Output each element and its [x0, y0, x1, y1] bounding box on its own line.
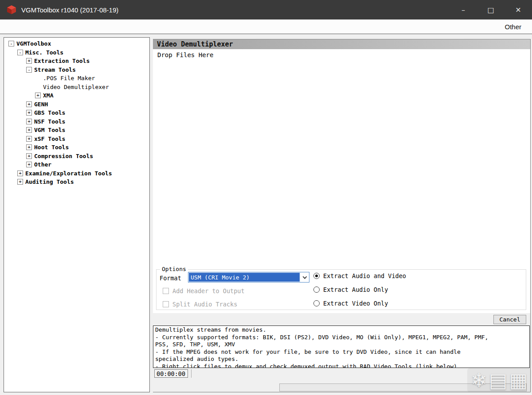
tree-item-stream-tools[interactable]: -Stream Tools: [4, 66, 149, 74]
app-icon: [6, 4, 17, 15]
minimize-button[interactable]: –: [450, 0, 477, 19]
drop-files-area[interactable]: Drop Files Here Options Format USM (CRI …: [153, 49, 530, 313]
tree-item-gbs-tools[interactable]: +GBS Tools: [4, 108, 149, 117]
radio-icon: [313, 287, 320, 293]
format-combobox[interactable]: USM (CRI Movie 2): [188, 272, 309, 283]
cancel-strip: Cancel: [153, 313, 530, 325]
drop-files-label: Drop Files Here: [157, 51, 213, 58]
checkbox-icon: [163, 301, 169, 307]
tree-item-genh[interactable]: +GENH: [4, 100, 149, 109]
video-demultiplexer-panel: Video Demultiplexer Drop Files Here Opti…: [153, 39, 531, 392]
tree-expander-icon[interactable]: +: [26, 136, 32, 142]
watermark-logo: ❄ ▤ ▦: [467, 368, 531, 392]
tree-item-pos-file-maker[interactable]: .POS File Maker: [4, 74, 149, 83]
tree-item-auditing-tools[interactable]: +Auditing Tools: [4, 178, 149, 186]
panel-title: Video Demultiplexer: [157, 40, 233, 48]
tree-item-video-demultiplexer[interactable]: Video Demultiplexer: [4, 83, 149, 92]
tree-expander-icon[interactable]: +: [26, 153, 32, 159]
menubar: Other: [0, 19, 532, 34]
tree-item-examine-exploration-tools[interactable]: +Examine/Exploration Tools: [4, 169, 149, 178]
radio-extract-audio-only[interactable]: Extract Audio Only: [313, 286, 388, 293]
watermark-character: ▦: [509, 369, 528, 391]
window-title: VGMToolbox r1040 (2017-08-19): [21, 6, 118, 14]
tree-item-extraction-tools[interactable]: +Extraction Tools: [4, 57, 149, 66]
tree-expander-icon[interactable]: +: [26, 119, 32, 124]
tree-expander-icon[interactable]: +: [17, 179, 23, 185]
tree-item-xma[interactable]: +XMA: [4, 91, 149, 100]
cancel-button[interactable]: Cancel: [493, 315, 526, 324]
tree-item-compression-tools[interactable]: +Compression Tools: [4, 152, 149, 161]
tree-item-misc-tools[interactable]: -Misc. Tools: [4, 48, 149, 57]
checkbox-icon: [163, 288, 169, 294]
tree-item-other[interactable]: +Other: [4, 160, 149, 169]
tool-tree[interactable]: -VGMToolbox -Misc. Tools +Extraction Too…: [4, 37, 150, 392]
tree-item-vgmtoolbox[interactable]: -VGMToolbox: [4, 39, 149, 48]
maximize-icon: □: [487, 6, 494, 14]
status-separator: [191, 369, 192, 378]
tree-item-vgm-tools[interactable]: +VGM Tools: [4, 126, 149, 135]
close-icon: ✕: [515, 6, 521, 14]
tree-expander-icon[interactable]: -: [17, 50, 23, 55]
window-controls: – □ ✕: [450, 0, 532, 19]
tree-expander-icon[interactable]: +: [17, 170, 23, 176]
maximize-button[interactable]: □: [477, 0, 505, 19]
elapsed-time: 00:00:00: [154, 369, 188, 378]
options-group: Options Format USM (CRI Movie 2) Add Hea…: [153, 263, 530, 313]
dropdown-arrow-icon[interactable]: [300, 272, 309, 282]
tree-item-hoot-tools[interactable]: +Hoot Tools: [4, 143, 149, 152]
options-group-label: Options: [160, 266, 188, 272]
tree-item-xsf-tools[interactable]: +xSF Tools: [4, 135, 149, 143]
description-textbox[interactable]: Demultiplex streams from movies. - Curre…: [153, 325, 530, 368]
format-combobox-value: USM (CRI Movie 2): [189, 273, 300, 282]
tree-expander-icon[interactable]: +: [26, 110, 32, 116]
minimize-icon: –: [462, 6, 465, 14]
radio-icon: [313, 273, 320, 279]
checkbox-add-header-to-output[interactable]: Add Header to Output: [163, 287, 245, 294]
radio-icon: [313, 300, 320, 306]
close-button[interactable]: ✕: [505, 0, 532, 19]
tree-expander-icon[interactable]: -: [26, 67, 32, 73]
tree-expander-icon[interactable]: +: [26, 58, 32, 64]
format-label: Format: [160, 275, 181, 282]
tree-item-nsf-tools[interactable]: +NSF Tools: [4, 117, 149, 126]
tree-expander-icon[interactable]: +: [35, 93, 41, 98]
panel-header: Video Demultiplexer: [153, 39, 530, 49]
tree-expander-icon[interactable]: +: [26, 101, 32, 107]
menu-other[interactable]: Other: [494, 23, 532, 31]
tree-expander-icon[interactable]: +: [26, 127, 32, 133]
watermark-character: ▤: [489, 369, 508, 391]
tree-expander-icon[interactable]: -: [8, 41, 14, 46]
radio-extract-video-only[interactable]: Extract Video Only: [313, 300, 388, 307]
radio-extract-audio-and-video[interactable]: Extract Audio and Video: [313, 272, 406, 279]
snowflake-icon: ❄: [471, 369, 487, 391]
titlebar: VGMToolbox r1040 (2017-08-19) – □ ✕: [0, 0, 532, 19]
description-text: Demultiplex streams from movies. - Curre…: [153, 326, 529, 368]
tree-expander-icon[interactable]: +: [26, 162, 32, 167]
app-window: VGMToolbox r1040 (2017-08-19) – □ ✕ Othe…: [0, 0, 532, 395]
tree-expander-icon[interactable]: +: [26, 144, 32, 150]
checkbox-split-audio-tracks[interactable]: Split Audio Tracks: [163, 301, 237, 308]
